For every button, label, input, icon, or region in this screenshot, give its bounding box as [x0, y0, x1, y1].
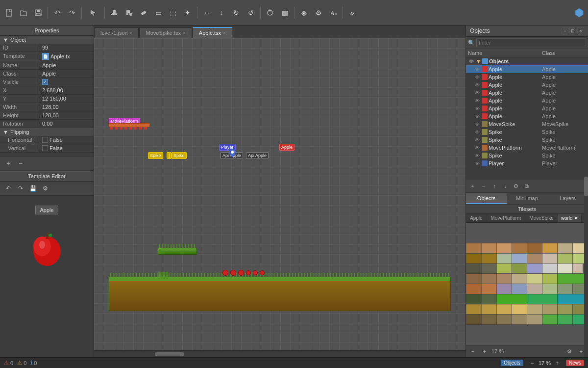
text-tool[interactable]: Abc	[326, 6, 340, 20]
prop-row-class[interactable]: Class Apple	[0, 70, 94, 78]
objects-status-badge[interactable]: Objects	[501, 360, 523, 366]
rt-move-down[interactable]: ↓	[500, 181, 510, 191]
prop-row-rotation[interactable]: Rotation 0,00	[0, 120, 94, 128]
rt-duplicate[interactable]: ⧉	[522, 181, 532, 191]
news-status-badge[interactable]: News	[566, 360, 584, 366]
add-prop-button[interactable]: +	[3, 158, 14, 169]
save-button[interactable]	[31, 6, 45, 20]
select-rect-tool[interactable]: ⬚	[166, 6, 180, 20]
apple-obj-7[interactable]: 👁 Apple Apple	[466, 112, 588, 120]
template-scrollbar[interactable]	[584, 167, 588, 357]
player-obj-1[interactable]: 👁 Player Player	[466, 159, 588, 167]
ts-zoom-out[interactable]: −	[468, 346, 478, 356]
ts-settings[interactable]: ⚙	[564, 346, 574, 356]
apple4-eye[interactable]: 👁	[474, 89, 481, 96]
prop-row-vertical[interactable]: Vertical False	[0, 144, 94, 153]
spike2-eye[interactable]: 👁	[474, 136, 481, 143]
editor-canvas[interactable]: MovePlatform Spike | Spike |||||||||||| …	[94, 38, 466, 350]
apple-obj-5[interactable]: 👁 Apple Apple	[466, 97, 588, 105]
eraser-tool[interactable]	[137, 6, 150, 20]
tiled-icon[interactable]	[572, 6, 586, 20]
rotate-ccw-tool[interactable]: ↺	[244, 6, 258, 20]
template-save-button[interactable]: 💾	[27, 183, 38, 194]
tab-level1-close[interactable]: ×	[130, 30, 133, 36]
flipping-section[interactable]: ▼ Flipping	[0, 128, 94, 136]
tileset-content[interactable]	[466, 223, 588, 345]
select-mode-button[interactable]	[84, 6, 102, 20]
stamp-tool[interactable]	[107, 6, 121, 20]
tileset-world-tab[interactable]: world ▼	[558, 214, 582, 222]
tab-movespike-close[interactable]: ×	[183, 30, 186, 36]
spike3-eye[interactable]: 👁	[474, 152, 481, 159]
wc-float[interactable]: ⊟	[569, 27, 576, 34]
wc-close[interactable]: ×	[577, 27, 584, 34]
spike-obj-2[interactable]: 👁 Spike Spike	[466, 136, 588, 144]
tab-minimap-bottom[interactable]: Mini-map	[507, 193, 547, 204]
moveplatform-eye[interactable]: 👁	[474, 144, 481, 151]
prop-row-template[interactable]: Template 📄 Apple.tx	[0, 52, 94, 61]
remove-prop-button[interactable]: −	[15, 158, 26, 169]
horizontal-checkbox[interactable]	[42, 137, 48, 143]
apple3-eye[interactable]: 👁	[474, 81, 481, 88]
map-props-tool[interactable]: ⚙	[312, 6, 325, 20]
prop-row-name[interactable]: Name Apple	[0, 61, 94, 70]
more-tools[interactable]: »	[345, 6, 359, 20]
zoom-in-status[interactable]: +	[552, 358, 562, 368]
rotate-cw-tool[interactable]: ↻	[229, 6, 243, 20]
apple6-eye[interactable]: 👁	[474, 105, 481, 112]
rt-settings[interactable]: ⚙	[511, 181, 521, 191]
spike1-eye[interactable]: 👁	[474, 129, 481, 135]
object-tool[interactable]	[263, 6, 277, 20]
template-undo-button[interactable]: ↶	[3, 183, 14, 194]
world-dropdown-icon[interactable]: ▼	[574, 216, 578, 221]
object-section[interactable]: ▼ Object	[0, 36, 94, 44]
new-button[interactable]	[2, 6, 16, 20]
prop-row-horizontal[interactable]: Horizontal False	[0, 136, 94, 144]
movespike-eye[interactable]: 👁	[474, 121, 481, 128]
redo-button[interactable]: ↷	[65, 6, 79, 20]
apple2-eye[interactable]: 👁	[474, 74, 481, 80]
vertical-checkbox[interactable]	[42, 145, 48, 151]
spike-obj-3[interactable]: 👁 Spike Spike	[466, 152, 588, 159]
apple-obj-6[interactable]: 👁 Apple Apple	[466, 105, 588, 112]
shape-tool[interactable]: ▭	[151, 6, 165, 20]
tileset-moveplatform-tab[interactable]: MovePlatform	[487, 214, 526, 222]
tile-tool[interactable]: ▦	[278, 6, 292, 20]
tab-apple-close[interactable]: ×	[223, 30, 226, 36]
highlight-tool[interactable]: ◈	[297, 6, 311, 20]
apple-obj-2[interactable]: 👁 Apple Apple	[466, 73, 588, 81]
prop-row-width[interactable]: Width 128,00	[0, 103, 94, 111]
h-scrollbar-thumb[interactable]	[155, 352, 184, 356]
apple-obj-4[interactable]: 👁 Apple Apple	[466, 89, 588, 97]
tab-apple[interactable]: Apple.tsx ×	[193, 27, 232, 38]
prop-row-height[interactable]: Height 128,00	[0, 111, 94, 120]
prop-row-x[interactable]: X 2 688,00	[0, 86, 94, 95]
filter-input[interactable]	[476, 38, 586, 47]
template-settings-button[interactable]: ⚙	[40, 183, 50, 194]
template-redo-button[interactable]: ↷	[15, 183, 26, 194]
movespike-obj-1[interactable]: 👁 MoveSpike MoveSpike	[466, 120, 588, 128]
apple5-eye[interactable]: 👁	[474, 97, 481, 104]
moveplatform-obj-1[interactable]: 👁 MovePlatform MovePlatform	[466, 144, 588, 152]
apple7-eye[interactable]: 👁	[474, 113, 481, 120]
prop-row-y[interactable]: Y 12 160,00	[0, 95, 94, 103]
zoom-out-status[interactable]: −	[527, 358, 537, 368]
undo-button[interactable]: ↶	[50, 6, 64, 20]
rt-move-up[interactable]: ↑	[490, 181, 499, 191]
root-eye[interactable]: 👁	[468, 58, 475, 65]
player-eye[interactable]: 👁	[474, 160, 481, 167]
tileset-apple-tab[interactable]: Apple	[466, 214, 487, 222]
apple-obj-1[interactable]: 👁 Apple Apple	[466, 65, 588, 73]
rt-add-obj[interactable]: +	[468, 181, 478, 191]
objects-root-item[interactable]: 👁 ▼ Objects	[466, 57, 588, 65]
visible-checkbox[interactable]: ✓	[42, 79, 48, 85]
horizontal-scrollbar[interactable]	[94, 350, 466, 357]
rt-remove-obj[interactable]: −	[479, 181, 489, 191]
tab-objects-bottom[interactable]: Objects	[466, 193, 507, 204]
tab-layers-bottom[interactable]: Layers	[547, 193, 588, 204]
prop-row-visible[interactable]: Visible ✓	[0, 78, 94, 86]
wc-minimize[interactable]: −	[562, 27, 568, 34]
ts-zoom-in[interactable]: +	[480, 346, 490, 356]
apple-obj-3[interactable]: 👁 Apple Apple	[466, 81, 588, 89]
template-scrollbar-thumb[interactable]	[584, 177, 588, 196]
